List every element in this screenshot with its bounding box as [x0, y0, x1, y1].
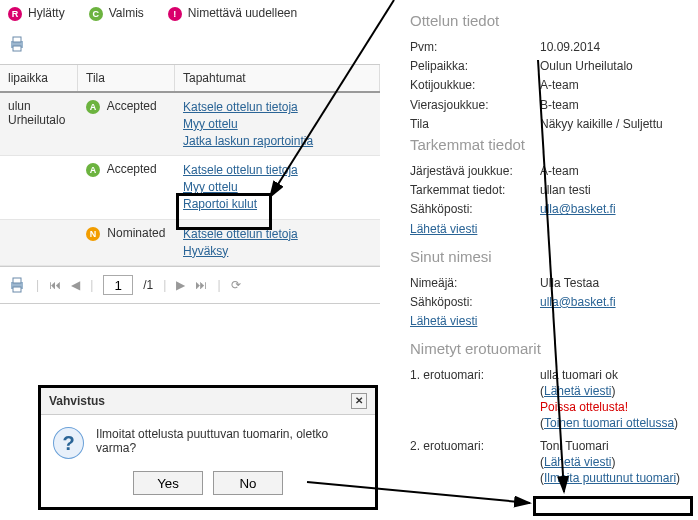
label-jarjestava: Järjestävä joukkue:: [410, 163, 540, 179]
col-tila[interactable]: Tila: [78, 65, 175, 91]
link-myy-ottelu[interactable]: Myy ottelu: [183, 179, 372, 196]
refresh-icon[interactable]: ⟳: [231, 278, 241, 292]
reject-icon: R: [8, 7, 22, 21]
no-button[interactable]: No: [213, 471, 283, 495]
svg-rect-5: [13, 287, 21, 292]
value-erotuomari2: Toni Tuomari (Lähetä viesti) (Ilmoita pu…: [540, 438, 688, 487]
first-page-icon[interactable]: ⏮: [49, 278, 61, 292]
value-erotuomari1: ulla tuomari ok (Lähetä viesti) Poissa o…: [540, 367, 688, 432]
ref1-name: ulla tuomari ok: [540, 367, 688, 383]
table-row: N Nominated Katsele ottelun tietoja Hyvä…: [0, 220, 380, 267]
link-myy-ottelu[interactable]: Myy ottelu: [183, 116, 372, 133]
link-jatka-laskun[interactable]: Jatka laskun raportointia: [183, 133, 372, 150]
col-pelipaikka[interactable]: lipaikka: [0, 65, 78, 91]
cell-place: [0, 156, 78, 218]
link-katsele-ottelun-tietoja[interactable]: Katsele ottelun tietoja: [183, 226, 372, 243]
divider: |: [90, 278, 93, 292]
value-vierasjoukkue: B-team: [540, 97, 688, 113]
label-sahkoposti2: Sähköposti:: [410, 294, 540, 310]
accepted-icon: A: [86, 100, 100, 114]
last-page-icon[interactable]: ⏭: [195, 278, 207, 292]
table-row: ulun Urheilutalo A Accepted Katsele otte…: [0, 93, 380, 156]
dialog-title-text: Vahvistus: [49, 394, 105, 408]
legend-nimettava: !Nimettävä uudelleen: [168, 6, 303, 21]
link-katsele-ottelun-tietoja[interactable]: Katsele ottelun tietoja: [183, 162, 372, 179]
close-icon[interactable]: ✕: [351, 393, 367, 409]
dialog-buttons: Yes No: [41, 471, 375, 507]
confirm-dialog: Vahvistus ✕ ? Ilmoitat ottelusta puuttuv…: [38, 385, 378, 510]
prev-page-icon[interactable]: ◀: [71, 278, 80, 292]
toolbar: [0, 31, 380, 64]
link-email-tark[interactable]: ulla@basket.fi: [540, 202, 616, 216]
question-icon: ?: [53, 427, 84, 459]
print-button[interactable]: [8, 35, 26, 53]
print-button[interactable]: [8, 276, 26, 294]
label-vierasjoukkue: Vierasjoukkue:: [410, 97, 540, 113]
link-toinen-tuomari[interactable]: Toinen tuomari ottelussa: [544, 416, 674, 430]
col-tapahtumat[interactable]: Tapahtumat: [175, 65, 380, 91]
link-hyvaksy[interactable]: Hyväksy: [183, 243, 372, 260]
cell-status: N Nominated: [78, 220, 175, 266]
link-laheta-viesti-nimesi[interactable]: Lähetä viesti: [410, 314, 477, 328]
section-ottelun-tiedot: Ottelun tiedot: [410, 12, 688, 29]
label-tila: Tila: [410, 116, 540, 132]
svg-rect-4: [13, 278, 21, 283]
link-ilmoita-puuttunut[interactable]: Ilmoita puuttunut tuomari: [544, 471, 676, 485]
value-tarkemmat: ullan testi: [540, 182, 688, 198]
status-text: Nominated: [107, 226, 165, 240]
svg-rect-1: [13, 37, 21, 42]
cell-actions: Katsele ottelun tietoja Myy ottelu Rapor…: [175, 156, 380, 218]
legend-valmis: CValmis: [89, 6, 150, 21]
cell-status: A Accepted: [78, 93, 175, 155]
link-email-nimesi[interactable]: ulla@basket.fi: [540, 295, 616, 309]
table-row: A Accepted Katsele ottelun tietoja Myy o…: [0, 156, 380, 219]
divider: |: [217, 278, 220, 292]
ref1-away: Poissa ottelusta!: [540, 399, 688, 415]
link-laheta-viesti-tark[interactable]: Lähetä viesti: [410, 222, 477, 236]
link-laheta-viesti-ref2[interactable]: Lähetä viesti: [544, 455, 611, 469]
value-nimeaja: Ulla Testaa: [540, 275, 688, 291]
next-page-icon[interactable]: ▶: [176, 278, 185, 292]
ref2-name: Toni Tuomari: [540, 438, 688, 454]
status-text: Accepted: [107, 162, 157, 176]
cell-status: A Accepted: [78, 156, 175, 218]
grid-body: ulun Urheilutalo A Accepted Katsele otte…: [0, 93, 380, 266]
value-jarjestava: A-team: [540, 163, 688, 179]
page-total: /1: [143, 278, 153, 292]
nominated-icon: N: [86, 227, 100, 241]
divider: |: [163, 278, 166, 292]
pager: | ⏮ ◀ | /1 | ▶ ⏭ | ⟳: [0, 266, 380, 304]
grid-header: lipaikka Tila Tapahtumat: [0, 64, 380, 93]
status-text: Accepted: [107, 99, 157, 113]
label-sahkoposti: Sähköposti:: [410, 201, 540, 217]
complete-icon: C: [89, 7, 103, 21]
page-input[interactable]: [103, 275, 133, 295]
divider: |: [36, 278, 39, 292]
value-pvm: 10.09.2014: [540, 39, 688, 55]
cell-actions: Katsele ottelun tietoja Hyväksy: [175, 220, 380, 266]
label-pvm: Pvm:: [410, 39, 540, 55]
section-nimetyt-erotuomarit: Nimetyt erotuomarit: [410, 340, 688, 357]
section-sinut-nimesi: Sinut nimesi: [410, 248, 688, 265]
label-pelipaikka: Pelipaikka:: [410, 58, 540, 74]
dialog-titlebar: Vahvistus ✕: [41, 388, 375, 415]
label-erotuomari1: 1. erotuomari:: [410, 367, 540, 432]
accepted-icon: A: [86, 163, 100, 177]
cell-place: ulun Urheilutalo: [0, 93, 78, 155]
section-tarkemmat-tiedot: Tarkemmat tiedot: [410, 136, 688, 153]
cell-actions: Katsele ottelun tietoja Myy ottelu Jatka…: [175, 93, 380, 155]
label-erotuomari2: 2. erotuomari:: [410, 438, 540, 487]
svg-rect-2: [13, 46, 21, 51]
link-laheta-viesti-ref1[interactable]: Lähetä viesti: [544, 384, 611, 398]
label-kotijoukkue: Kotijoukkue:: [410, 77, 540, 93]
link-katsele-ottelun-tietoja[interactable]: Katsele ottelun tietoja: [183, 99, 372, 116]
label-tarkemmat: Tarkemmat tiedot:: [410, 182, 540, 198]
link-raportoi-kulut[interactable]: Raportoi kulut: [183, 196, 372, 213]
yes-button[interactable]: Yes: [133, 471, 203, 495]
value-tila: Näkyy kaikille / Suljettu: [540, 116, 688, 132]
status-legend: RHylätty CValmis !Nimettävä uudelleen: [0, 0, 380, 31]
label-nimeaja: Nimeäjä:: [410, 275, 540, 291]
right-pane: Ottelun tiedot Pvm:10.09.2014 Pelipaikka…: [404, 0, 694, 520]
cell-place: [0, 220, 78, 266]
value-pelipaikka: Oulun Urheilutalo: [540, 58, 688, 74]
